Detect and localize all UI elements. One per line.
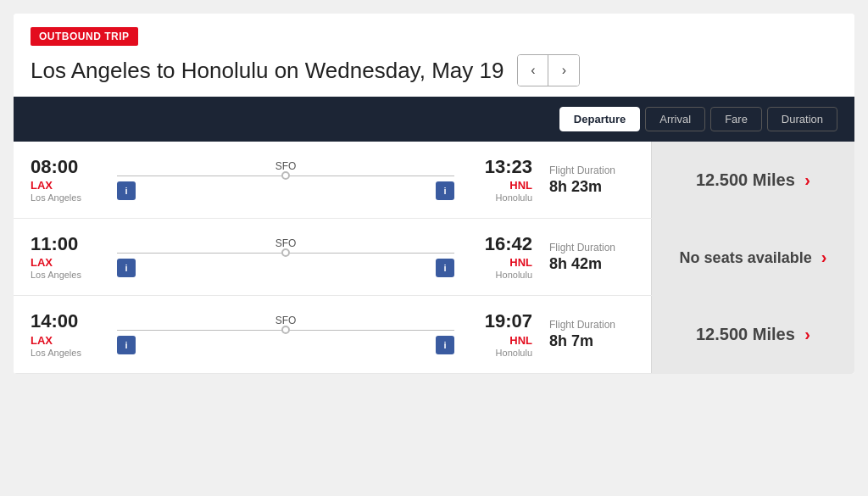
arrive-code-0: HNL [465,179,532,192]
info-icon-left-2[interactable]: i [117,336,136,354]
info-icon-right-2[interactable]: i [436,336,454,354]
route-middle-2: SFO i i [107,311,465,357]
stopover-1: SFO [275,237,297,249]
flights-container: 08:00 LAX Los Angeles SFO i i [14,142,854,374]
flight-row: 14:00 LAX Los Angeles SFO i i [14,296,854,373]
flight-row: 11:00 LAX Los Angeles SFO i i [14,219,854,296]
depart-code-0: LAX [31,179,107,192]
route-line-bar-1 [117,253,454,254]
depart-city-0: Los Angeles [31,192,107,203]
sort-arrival-button[interactable]: Arrival [645,107,705,131]
depart-code-2: LAX [31,334,107,347]
duration-label-1: Flight Duration [549,242,634,254]
depart-time-1: 11:00 [31,234,107,254]
sort-duration-button[interactable]: Duration [767,107,837,131]
chevron-icon-1: › [821,248,827,266]
no-seats-1: No seats available › [680,248,827,267]
trip-badge: OUTBOUND TRIP [31,27,138,46]
duration-value-2: 8h 7m [549,332,634,350]
route-middle-1: SFO i i [107,234,465,280]
arrive-city-2: Honolulu [465,348,532,358]
route-line-0 [117,176,454,176]
price-cell-0[interactable]: 12.500 Miles › [651,142,854,218]
flight-times-2: 14:00 LAX Los Angeles SFO i i [31,311,532,357]
flight-times-1: 11:00 LAX Los Angeles SFO i i [31,234,532,280]
arrive-code-2: HNL [465,334,532,347]
stopover-0: SFO [275,160,297,172]
chevron-icon-0: › [804,170,810,189]
chevron-icon-2: › [804,325,810,343]
route-icons-2: i i [117,336,454,354]
info-icon-right-1[interactable]: i [436,259,454,277]
duration-label-0: Flight Duration [549,164,634,176]
sort-fare-button[interactable]: Fare [710,107,762,131]
depart-block-2: 14:00 LAX Los Angeles [31,311,107,357]
route-icons-0: i i [117,181,454,200]
arrive-code-1: HNL [465,256,532,269]
flight-info-2: 14:00 LAX Los Angeles SFO i i [14,296,651,372]
prev-button[interactable]: ‹ [518,55,548,86]
trip-title-row: Los Angeles to Honolulu on Wednesday, Ma… [31,54,837,86]
arrive-time-2: 19:07 [465,311,532,332]
route-line-bar-2 [117,330,454,331]
route-icons-1: i i [117,259,454,277]
flight-info-0: 08:00 LAX Los Angeles SFO i i [14,142,651,218]
depart-city-1: Los Angeles [31,270,107,280]
price-text-0: 12.500 Miles › [696,170,810,190]
route-middle-0: SFO i i [107,157,465,203]
price-text-2: 12.500 Miles › [696,325,810,344]
depart-block-1: 11:00 LAX Los Angeles [31,234,107,280]
arrive-city-1: Honolulu [465,270,532,280]
duration-block-2: Flight Duration 8h 7m [532,319,634,350]
arrive-city-0: Honolulu [465,192,532,203]
duration-block-1: Flight Duration 8h 42m [532,242,634,273]
route-dot-0 [281,171,290,180]
flight-times-0: 08:00 LAX Los Angeles SFO i i [31,157,532,203]
top-section: OUTBOUND TRIP Los Angeles to Honolulu on… [14,14,854,97]
arrive-block-0: 13:23 HNL Honolulu [465,157,532,203]
trip-title: Los Angeles to Honolulu on Wednesday, Ma… [31,58,504,84]
arrive-block-2: 19:07 HNL Honolulu [465,311,532,357]
table-header: Departure Arrival Fare Duration [14,97,854,142]
arrive-time-0: 13:23 [465,157,532,177]
info-icon-left-1[interactable]: i [117,259,136,277]
depart-time-2: 14:00 [31,311,107,332]
stopover-2: SFO [275,315,297,326]
route-line-1 [117,253,454,254]
info-icon-left-0[interactable]: i [117,181,136,200]
route-dot-1 [281,248,290,257]
depart-code-1: LAX [31,256,107,269]
route-line-2 [117,330,454,331]
duration-block-0: Flight Duration 8h 23m [532,164,634,196]
sort-departure-button[interactable]: Departure [559,107,640,131]
route-line-bar-0 [117,176,454,176]
arrive-time-1: 16:42 [465,234,532,254]
price-cell-1[interactable]: No seats available › [651,219,854,295]
page-container: OUTBOUND TRIP Los Angeles to Honolulu on… [14,14,854,374]
route-dot-2 [281,326,290,334]
flight-info-1: 11:00 LAX Los Angeles SFO i i [14,219,651,295]
depart-block-0: 08:00 LAX Los Angeles [31,157,107,203]
flight-row: 08:00 LAX Los Angeles SFO i i [14,142,854,219]
depart-city-2: Los Angeles [31,348,107,358]
next-button[interactable]: › [548,55,579,86]
arrive-block-1: 16:42 HNL Honolulu [465,234,532,280]
nav-arrows: ‹ › [517,54,580,86]
info-icon-right-0[interactable]: i [436,181,454,200]
duration-value-1: 8h 42m [549,255,634,273]
duration-label-2: Flight Duration [549,319,634,331]
depart-time-0: 08:00 [31,157,107,177]
duration-value-0: 8h 23m [549,178,634,196]
price-cell-2[interactable]: 12.500 Miles › [651,296,854,372]
